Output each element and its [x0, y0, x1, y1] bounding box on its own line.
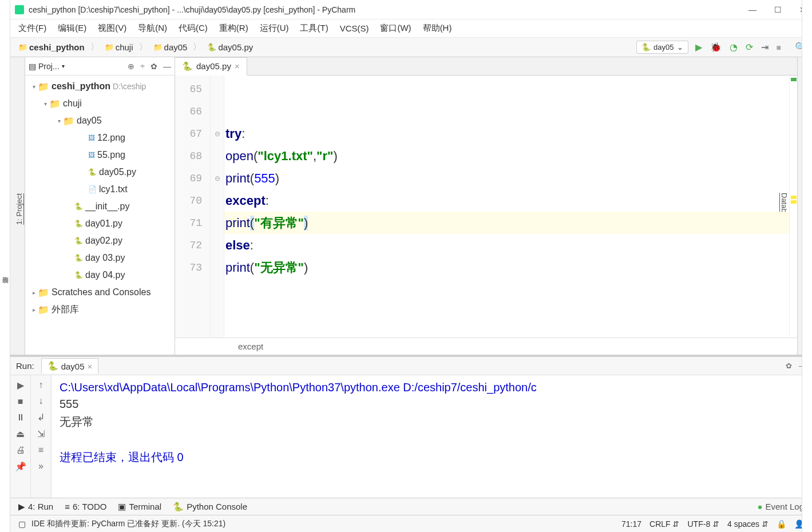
- tab-event-log[interactable]: ●Event Log: [757, 502, 804, 511]
- menu-item[interactable]: 代码(C): [174, 21, 212, 35]
- code-area[interactable]: try: open("lcy1.txt","r") print(555)exce…: [224, 76, 797, 338]
- minimize-button[interactable]: —: [748, 5, 757, 14]
- project-panel-title[interactable]: ▤ Proj... ▾: [29, 62, 65, 71]
- menu-item[interactable]: 工具(T): [295, 21, 332, 35]
- line-number[interactable]: 72: [175, 234, 210, 256]
- tab-terminal[interactable]: ▣Terminal: [118, 502, 161, 512]
- line-number[interactable]: 68: [175, 145, 210, 167]
- fold-handle: [211, 145, 224, 167]
- pause-icon[interactable]: ⏸: [16, 412, 25, 423]
- line-number[interactable]: 71: [175, 212, 210, 234]
- bottom-tool-tabs: ▶4: Run ≡6: TODO ▣Terminal 🐍Python Conso…: [10, 498, 812, 515]
- tool-window-tab[interactable]: 1: Project: [14, 191, 25, 227]
- breadcrumb-item[interactable]: 📁ceshi_python: [16, 41, 87, 53]
- run-config-selector[interactable]: 🐍 day05 ⌄: [636, 41, 688, 54]
- tree-item[interactable]: 🖼55.png: [25, 146, 175, 164]
- maximize-button[interactable]: ☐: [773, 5, 782, 14]
- tab-python-console[interactable]: 🐍Python Console: [173, 502, 247, 512]
- close-tab-icon[interactable]: ×: [235, 61, 240, 71]
- profile-button[interactable]: ⟳: [746, 42, 753, 53]
- tree-item[interactable]: ▸📁Scratches and Consoles: [25, 284, 175, 301]
- menu-item[interactable]: 重构(R): [215, 21, 253, 35]
- rerun-icon[interactable]: ▶: [17, 380, 24, 391]
- menu-item[interactable]: 编辑(E): [53, 21, 91, 35]
- editor-breadcrumb[interactable]: except: [175, 338, 797, 355]
- clear-icon[interactable]: ≡: [38, 445, 43, 455]
- breadcrumb-item[interactable]: 📁chuji: [102, 41, 136, 53]
- console-output[interactable]: C:\Users\xd\AppData\Local\Programs\Pytho…: [52, 375, 812, 498]
- indent-setting[interactable]: 4 spaces ⇵: [727, 519, 769, 529]
- line-separator[interactable]: CRLF ⇵: [649, 519, 679, 529]
- debug-button[interactable]: 🐞: [710, 42, 722, 53]
- more-icon[interactable]: »: [38, 461, 43, 471]
- tab-run[interactable]: ▶4: Run: [18, 502, 53, 512]
- coverage-button[interactable]: ◔: [730, 42, 738, 53]
- scroll-icon[interactable]: ⇲: [37, 428, 45, 439]
- tree-item[interactable]: ▾📁ceshi_python D:\ceship: [25, 78, 175, 95]
- close-icon[interactable]: ×: [88, 362, 93, 371]
- menu-item[interactable]: 窗口(W): [375, 21, 415, 35]
- status-icon[interactable]: ▢: [18, 519, 26, 529]
- run-tab[interactable]: 🐍 day05 ×: [41, 358, 99, 374]
- tree-item[interactable]: 🐍day02.py: [25, 232, 175, 249]
- attach-button[interactable]: ⇥: [761, 42, 769, 53]
- tree-item[interactable]: ▸📁外部库: [25, 301, 175, 318]
- tree-item[interactable]: 🐍__init__.py: [25, 198, 175, 215]
- lock-icon[interactable]: 🔒: [777, 519, 786, 529]
- fold-handle[interactable]: ⊖: [211, 122, 224, 145]
- print-icon[interactable]: 🖨: [16, 445, 25, 455]
- fold-handle[interactable]: ⊖: [211, 167, 224, 189]
- code-line[interactable]: print("无异常"): [224, 256, 797, 279]
- code-line[interactable]: [224, 100, 797, 122]
- line-number[interactable]: 67: [175, 122, 210, 145]
- code-line[interactable]: print("有异常"): [224, 212, 797, 234]
- tree-item[interactable]: 🐍day05.py: [25, 164, 175, 181]
- menu-item[interactable]: 导航(N): [133, 21, 172, 35]
- menu-item[interactable]: 运行(U): [255, 21, 294, 35]
- breadcrumb-item[interactable]: 🐍day05.py: [205, 41, 255, 53]
- run-button[interactable]: ▶: [695, 42, 702, 53]
- menu-item[interactable]: 视图(V): [93, 21, 131, 35]
- tree-item[interactable]: 🐍day01.py: [25, 215, 175, 232]
- menu-item[interactable]: 文件(F): [14, 21, 51, 35]
- settings-icon[interactable]: ✿: [150, 62, 157, 71]
- tree-item[interactable]: 🖼12.png: [25, 129, 175, 146]
- settings-icon[interactable]: ✿: [786, 362, 792, 370]
- wrap-icon[interactable]: ↲: [37, 412, 45, 423]
- editor-tab-day05[interactable]: 🐍 day05.py ×: [175, 57, 247, 76]
- tab-todo[interactable]: ≡6: TODO: [65, 502, 106, 511]
- down-icon[interactable]: ↓: [39, 396, 43, 406]
- caret-position[interactable]: 71:17: [621, 519, 641, 529]
- pin-icon[interactable]: 📌: [15, 461, 26, 472]
- code-line[interactable]: open("lcy1.txt","r"): [224, 145, 797, 167]
- tree-item[interactable]: 🐍day 04.py: [25, 267, 175, 284]
- code-line[interactable]: [224, 78, 797, 100]
- status-message[interactable]: IDE 和插件更新: PyCharm 已准备好 更新. (今天 15:21): [31, 519, 225, 529]
- stop-button[interactable]: ■: [777, 43, 781, 52]
- exit-icon[interactable]: ⏏: [16, 428, 25, 439]
- project-tree[interactable]: ▾📁ceshi_python D:\ceship▾📁chuji▾📁day05🖼1…: [25, 76, 175, 355]
- hide-icon[interactable]: —: [163, 62, 171, 71]
- collapse-icon[interactable]: ÷: [140, 62, 145, 71]
- code-line[interactable]: try:: [224, 122, 797, 145]
- tree-item[interactable]: 🐍day 03.py: [25, 249, 175, 267]
- line-number[interactable]: 66: [175, 100, 210, 122]
- menu-item[interactable]: VCS(S): [335, 22, 374, 35]
- file-encoding[interactable]: UTF-8 ⇵: [688, 519, 720, 529]
- breadcrumb: 📁ceshi_python〉📁chuji〉📁day05〉🐍day05.py: [16, 41, 255, 53]
- line-number[interactable]: 73: [175, 256, 210, 279]
- tree-item[interactable]: 📄lcy1.txt: [25, 181, 175, 198]
- line-number[interactable]: 70: [175, 189, 210, 212]
- tree-item[interactable]: ▾📁day05: [25, 112, 175, 129]
- line-number[interactable]: 69: [175, 167, 210, 189]
- code-line[interactable]: print(555): [224, 167, 797, 189]
- menu-item[interactable]: 帮助(H): [418, 21, 457, 35]
- breadcrumb-item[interactable]: 📁day05: [151, 41, 190, 53]
- tree-item[interactable]: ▾📁chuji: [25, 95, 175, 112]
- stop-icon[interactable]: ■: [18, 396, 23, 407]
- code-line[interactable]: except:: [224, 189, 797, 212]
- line-number[interactable]: 65: [175, 78, 210, 100]
- up-icon[interactable]: ↑: [39, 380, 43, 390]
- target-icon[interactable]: ⊕: [128, 62, 134, 71]
- code-line[interactable]: else:: [224, 234, 797, 256]
